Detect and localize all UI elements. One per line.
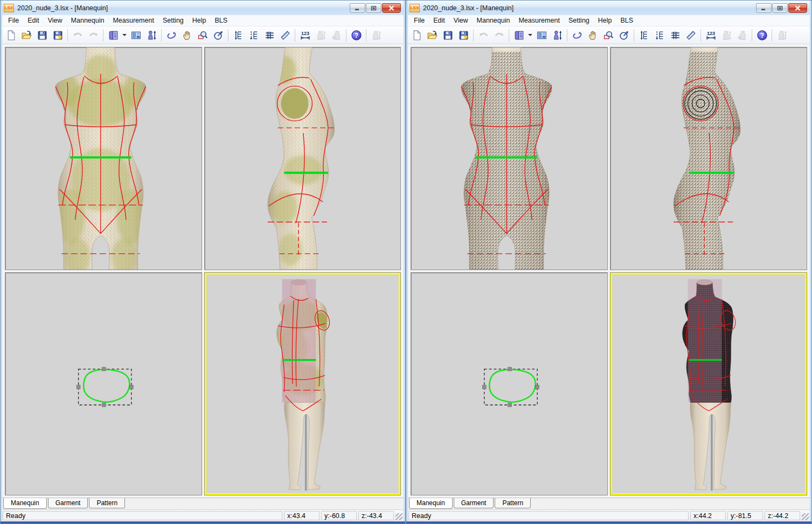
restore-button[interactable] — [772, 3, 788, 13]
menu-mannequin[interactable]: Mannequin — [473, 16, 515, 25]
mannequin-library-icon — [513, 30, 525, 41]
title-bar[interactable]: LSX 2020_nude_3.lsx - [Manequin] — [408, 1, 810, 15]
tab-pattern[interactable]: Pattern — [495, 498, 531, 508]
toolbar-separator — [366, 29, 366, 42]
zoom-region-icon — [197, 30, 209, 41]
tab-manequin[interactable]: Manequin — [409, 498, 453, 509]
waist-cross-section[interactable] — [5, 273, 202, 495]
measure-segment-button[interactable] — [652, 28, 667, 43]
status-bar: Ready x:43.4 y:-60.8 z:-43.4 — [2, 509, 404, 521]
minimize-icon — [354, 5, 361, 11]
body-dimensions-button[interactable] — [144, 28, 159, 43]
coordinate-y: y:-60.8 — [321, 511, 357, 520]
resize-grip[interactable] — [395, 513, 402, 520]
measure-width-button[interactable] — [668, 28, 683, 43]
new-button[interactable] — [3, 28, 18, 43]
menu-mannequin[interactable]: Mannequin — [67, 16, 109, 25]
menu-bls[interactable]: BLS — [211, 16, 232, 25]
save-button[interactable] — [34, 28, 50, 43]
new-button[interactable] — [409, 28, 424, 43]
menu-setting[interactable]: Setting — [158, 16, 188, 25]
restore-button[interactable] — [366, 3, 381, 13]
menu-file[interactable]: File — [410, 16, 429, 25]
menu-view[interactable]: View — [449, 16, 473, 25]
rotate-view-button[interactable] — [164, 28, 179, 43]
tab-manequin[interactable]: Manequin — [3, 498, 47, 509]
open-folder-icon — [427, 30, 438, 41]
viewport-cross-section[interactable] — [5, 272, 202, 495]
zoom-region-button[interactable] — [601, 28, 616, 43]
minimize-button[interactable] — [756, 3, 772, 13]
menu-edit[interactable]: Edit — [23, 16, 44, 25]
coordinate-x: x:43.4 — [284, 511, 320, 520]
measure-height-button[interactable] — [231, 28, 246, 43]
menu-measurement[interactable]: Measurement — [514, 16, 564, 25]
help-button[interactable] — [754, 28, 769, 43]
save-button[interactable] — [440, 28, 455, 43]
body-dimensions-button[interactable] — [550, 28, 565, 43]
dimension-123-icon — [705, 30, 717, 41]
ruler-button[interactable] — [277, 28, 293, 43]
pan-hand-icon — [182, 30, 193, 41]
mannequin-library-button[interactable] — [106, 28, 121, 43]
zoom-region-button[interactable] — [195, 28, 210, 43]
ruler-icon — [280, 30, 291, 41]
pan-view-button[interactable] — [179, 28, 195, 43]
undo-icon — [478, 30, 489, 41]
save-as-button[interactable] — [456, 28, 471, 43]
mannequin-library-button[interactable] — [511, 28, 526, 43]
zoom-fit-icon — [619, 30, 630, 41]
menu-bls[interactable]: BLS — [616, 16, 638, 25]
dimension-value-button[interactable] — [297, 28, 313, 43]
viewport-layout-button[interactable] — [128, 28, 143, 43]
menu-view[interactable]: View — [44, 16, 67, 25]
viewport-side[interactable] — [610, 47, 807, 270]
save-icon — [442, 30, 454, 41]
viewport-front[interactable] — [411, 47, 608, 270]
close-icon — [794, 5, 801, 11]
viewport-layout-icon — [130, 30, 142, 41]
menu-setting[interactable]: Setting — [564, 16, 594, 25]
tab-pattern[interactable]: Pattern — [89, 498, 125, 508]
minimize-button[interactable] — [350, 3, 365, 13]
status-bar: Ready x:44.2 y:-81.5 z:-44.2 — [408, 509, 810, 521]
viewport-layout-button[interactable] — [534, 28, 549, 43]
menu-help[interactable]: Help — [594, 16, 616, 25]
menu-help[interactable]: Help — [188, 16, 211, 25]
toolbar — [2, 26, 404, 44]
viewport-front[interactable] — [5, 47, 202, 270]
coordinate-z: z:-43.4 — [358, 511, 394, 520]
open-button[interactable] — [425, 28, 440, 43]
viewport-perspective-active[interactable] — [204, 272, 401, 495]
mannequin-library-dropdown[interactable] — [122, 34, 127, 36]
tab-garment[interactable]: Garment — [454, 498, 494, 508]
open-button[interactable] — [19, 28, 34, 43]
measure-segment-button[interactable] — [246, 28, 261, 43]
measure-height-button[interactable] — [636, 28, 651, 43]
resize-grip[interactable] — [802, 513, 809, 520]
viewport-perspective-active[interactable] — [610, 272, 807, 495]
help-button[interactable] — [349, 28, 364, 43]
tab-garment[interactable]: Garment — [48, 498, 88, 508]
close-button[interactable] — [382, 3, 401, 13]
zoom-fit-button[interactable] — [616, 28, 631, 43]
dimension-value-button[interactable] — [703, 28, 718, 43]
viewport-cross-section[interactable] — [411, 272, 608, 495]
measure-width-button[interactable] — [262, 28, 277, 43]
mannequin-library-dropdown[interactable] — [528, 34, 532, 36]
save-as-icon — [52, 30, 64, 41]
menu-file[interactable]: File — [4, 16, 23, 25]
pan-view-button[interactable] — [585, 28, 600, 43]
viewport-side[interactable] — [204, 47, 401, 270]
title-bar[interactable]: LSX 2020_nude_3.lsx - [Manequin] — [2, 1, 404, 15]
menu-edit[interactable]: Edit — [429, 16, 449, 25]
pan-hand-icon — [587, 30, 599, 41]
ruler-button[interactable] — [683, 28, 698, 43]
save-as-button[interactable] — [50, 28, 65, 43]
waist-cross-section[interactable] — [411, 273, 607, 495]
menu-measurement[interactable]: Measurement — [108, 16, 158, 25]
close-button[interactable] — [788, 3, 807, 13]
rotate-view-button[interactable] — [570, 28, 585, 43]
redo-button — [86, 28, 101, 43]
zoom-fit-button[interactable] — [211, 28, 226, 43]
